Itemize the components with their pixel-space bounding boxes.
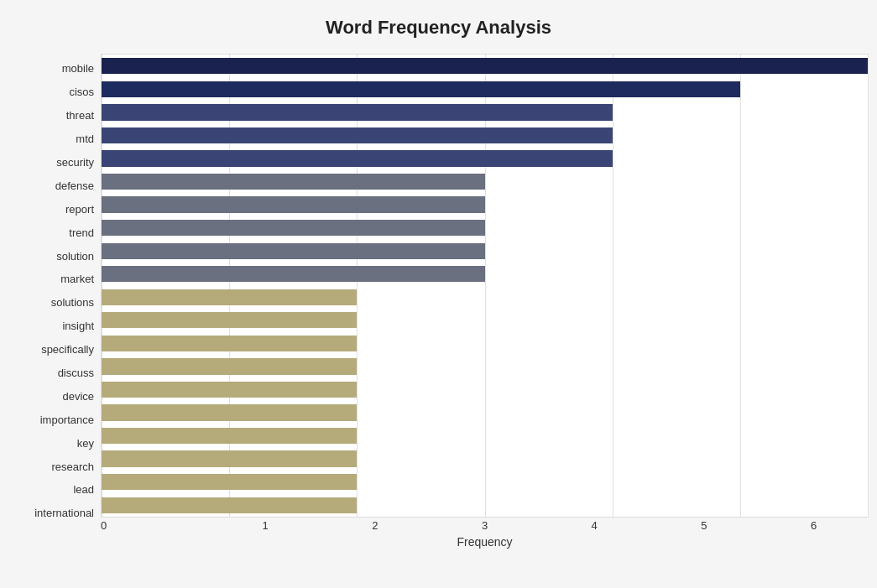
bar-row-market — [102, 263, 868, 286]
bar-row-key — [102, 424, 868, 448]
y-label-research: research — [51, 455, 94, 477]
y-label-trend: trend — [69, 221, 94, 243]
bar-security — [102, 150, 613, 166]
bar-row-importance — [102, 401, 868, 424]
x-tick-6: 6 — [759, 519, 869, 532]
x-tick-4: 4 — [540, 519, 650, 532]
bar-row-discuss — [102, 355, 868, 378]
bar-research — [102, 450, 357, 466]
bar-international — [102, 497, 357, 513]
y-label-cisos: cisos — [69, 81, 94, 103]
bar-row-device — [102, 378, 868, 402]
bar-mtd — [102, 127, 613, 143]
bar-discuss — [102, 358, 357, 374]
y-label-defense: defense — [55, 174, 94, 196]
x-ticks: 0123456 — [101, 519, 869, 532]
bar-trend — [102, 220, 485, 236]
grid-line-6 — [868, 55, 869, 517]
bar-row-specifically — [102, 332, 868, 356]
bar-specifically — [102, 336, 357, 351]
y-label-solutions: solutions — [51, 292, 94, 314]
bar-solutions — [102, 289, 357, 305]
bar-row-lead — [102, 471, 868, 494]
x-tick-1: 1 — [211, 519, 321, 532]
bars-area: 0123456 Frequency — [101, 54, 869, 549]
bar-row-research — [102, 447, 868, 471]
bar-row-threat — [102, 101, 868, 124]
bar-row-insight — [102, 309, 868, 332]
bar-importance — [102, 404, 357, 420]
bars-inner — [101, 54, 869, 518]
y-label-specifically: specifically — [41, 339, 94, 361]
bar-row-international — [102, 493, 868, 517]
x-axis: 0123456 Frequency — [101, 518, 869, 549]
bar-row-report — [102, 193, 868, 216]
x-axis-label: Frequency — [457, 535, 512, 549]
bar-row-trend — [102, 216, 868, 240]
bar-row-mobile — [102, 55, 868, 78]
bar-cisos — [102, 81, 740, 97]
bar-row-defense — [102, 170, 868, 194]
bar-row-security — [102, 147, 868, 170]
y-label-key: key — [77, 432, 94, 454]
chart-container: Word Frequency Analysis mobilecisosthrea… — [0, 0, 877, 588]
y-label-international: international — [34, 502, 94, 524]
bar-row-mtd — [102, 124, 868, 148]
bar-market — [102, 266, 485, 282]
bar-key — [102, 428, 357, 444]
bar-row-cisos — [102, 78, 868, 101]
y-label-mtd: mtd — [76, 128, 94, 150]
bar-device — [102, 382, 357, 398]
y-label-insight: insight — [62, 315, 94, 337]
bar-lead — [102, 474, 357, 490]
y-label-lead: lead — [73, 479, 94, 501]
bar-defense — [102, 174, 485, 190]
chart-title: Word Frequency Analysis — [8, 17, 869, 39]
chart-area: mobilecisosthreatmtdsecuritydefenserepor… — [8, 54, 869, 549]
y-label-market: market — [60, 268, 94, 290]
bar-report — [102, 196, 485, 212]
y-label-device: device — [62, 385, 94, 407]
x-tick-5: 5 — [650, 519, 760, 532]
y-label-threat: threat — [66, 105, 94, 127]
bar-threat — [102, 104, 613, 120]
y-label-solution: solution — [56, 245, 94, 267]
x-tick-0: 0 — [101, 519, 211, 532]
bar-solution — [102, 243, 485, 259]
y-label-mobile: mobile — [62, 58, 94, 80]
x-tick-2: 2 — [320, 519, 430, 532]
bar-row-solutions — [102, 286, 868, 310]
y-axis: mobilecisosthreatmtdsecuritydefenserepor… — [8, 54, 101, 549]
y-label-discuss: discuss — [58, 362, 94, 384]
y-label-report: report — [65, 198, 94, 220]
y-label-importance: importance — [40, 408, 94, 430]
x-tick-3: 3 — [430, 519, 540, 532]
bar-row-solution — [102, 239, 868, 263]
y-label-security: security — [56, 152, 94, 174]
bar-insight — [102, 312, 357, 328]
bar-mobile — [102, 58, 868, 74]
